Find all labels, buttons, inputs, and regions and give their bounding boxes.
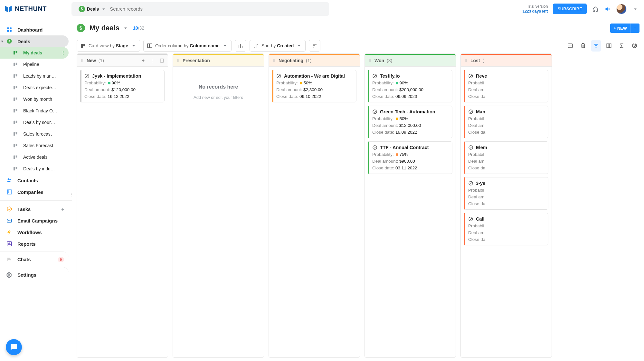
grip-icon[interactable] xyxy=(80,59,84,62)
sidebar-view-item[interactable]: Deals expecte… xyxy=(0,82,69,93)
svg-point-63 xyxy=(274,61,275,62)
column-body[interactable]: Automation - We are Digital Probability:… xyxy=(269,67,360,357)
sidebar-view-item[interactable]: Leads by man… xyxy=(0,70,69,82)
svg-rect-10 xyxy=(16,63,17,65)
sort-direction-button[interactable] xyxy=(309,40,320,52)
home-icon[interactable] xyxy=(592,5,599,13)
mail-icon xyxy=(6,218,13,223)
sidebar-view-item[interactable]: Active deals xyxy=(0,151,69,163)
sidebar-view-item[interactable]: Won by month xyxy=(0,93,69,105)
column-count: (3) xyxy=(387,58,392,63)
sidebar-item-chats[interactable]: Chats 9 xyxy=(0,252,69,265)
announcement-icon[interactable] xyxy=(604,5,611,13)
sidebar-view-item[interactable]: Sales forecast xyxy=(0,128,69,140)
kanban-board[interactable]: New (1) + ⋮ Jysk - Implementation Probab… xyxy=(77,53,644,361)
column-header[interactable]: Lost ( xyxy=(461,54,552,67)
deal-card[interactable]: 3-ye Probabil Deal am Close da xyxy=(464,177,548,210)
deal-card[interactable]: Jysk - Implementation Probability: 90% D… xyxy=(80,70,165,102)
card-stripe xyxy=(368,70,369,102)
sidebar-item-settings[interactable]: Settings xyxy=(0,267,69,280)
column-header[interactable]: Presentation xyxy=(173,54,264,67)
filter-icon[interactable] xyxy=(591,40,601,52)
sort-selector[interactable]: Sort by Created xyxy=(250,40,306,52)
gear-icon[interactable] xyxy=(630,40,639,52)
sidebar-item-email[interactable]: Email Campaigns xyxy=(0,215,69,226)
sidebar-item-workflows[interactable]: Workflows xyxy=(0,226,69,238)
card-stripe xyxy=(464,177,465,210)
deal-card[interactable]: Testify.io Probability: 90% Deal amount:… xyxy=(368,70,452,102)
column-body[interactable]: No records here Add new or edit your fil… xyxy=(173,67,264,357)
plus-icon[interactable]: + xyxy=(142,58,145,63)
svg-rect-7 xyxy=(14,51,15,55)
dollar-icon: $ xyxy=(79,6,85,12)
grip-icon[interactable] xyxy=(464,59,468,62)
sidebar-item-dashboard[interactable]: Dashboard xyxy=(0,24,69,35)
sidebar-view-label: Deals by sour… xyxy=(23,120,55,125)
deal-card[interactable]: Automation - We are Digital Probability:… xyxy=(272,70,356,102)
svg-rect-4 xyxy=(10,30,12,32)
search-scope-chip[interactable]: $ Deals xyxy=(79,6,107,12)
more-icon[interactable]: ⋮ xyxy=(150,58,154,63)
deal-card[interactable]: Reve Probabil Deal am Close da xyxy=(464,70,548,102)
sidebar-view-item[interactable]: Black Friday O… xyxy=(0,105,69,117)
svg-point-75 xyxy=(465,60,466,61)
sidebar-label: Chats xyxy=(17,257,31,262)
logo[interactable]: NETHUNT xyxy=(4,5,71,14)
order-selector[interactable]: Order column by Column name xyxy=(143,40,232,52)
sidebar-item-companies[interactable]: Companies xyxy=(0,186,69,198)
sidebar-view-item[interactable]: Sales Forecast xyxy=(0,140,69,151)
sidebar-label: Workflows xyxy=(17,230,42,235)
sidebar-resize-handle[interactable]: ⋮ xyxy=(71,190,72,199)
svg-rect-1 xyxy=(7,27,9,29)
svg-rect-16 xyxy=(16,98,17,100)
page-title[interactable]: My deals xyxy=(90,24,128,32)
grip-icon[interactable] xyxy=(368,59,372,62)
deal-card[interactable]: TTF - Annual Contract Probability: 75% D… xyxy=(368,141,452,174)
plus-icon[interactable]: + xyxy=(61,206,64,212)
chart-button[interactable] xyxy=(235,40,246,52)
deal-card[interactable]: Green Tech - Automation Probability: 50%… xyxy=(368,106,452,138)
subscribe-button[interactable]: SUBSCRIBE xyxy=(553,4,587,14)
chat-fab[interactable] xyxy=(6,339,22,355)
card-amount: Deal am xyxy=(468,230,544,235)
new-button[interactable]: + NEW xyxy=(610,24,630,33)
sidebar-item-reports[interactable]: Reports xyxy=(0,238,69,250)
column-header[interactable]: Won (3) xyxy=(365,54,456,67)
sidebar-view-item[interactable]: Pipeline xyxy=(0,59,69,70)
column-header[interactable]: New (1) + ⋮ xyxy=(77,54,168,67)
card-close-date: Close da xyxy=(468,166,544,170)
column-body[interactable]: Reve Probabil Deal am Close da Man Proba… xyxy=(461,67,552,357)
columns-icon[interactable] xyxy=(604,40,614,52)
grip-icon[interactable] xyxy=(176,59,180,62)
search-bar[interactable]: $ Deals xyxy=(71,2,329,16)
grip-icon[interactable] xyxy=(272,59,276,62)
more-icon[interactable]: ⋮ xyxy=(61,50,65,55)
svg-point-49 xyxy=(82,61,83,62)
chevron-down-icon[interactable] xyxy=(123,25,128,31)
card-close-date: Close da xyxy=(468,237,544,242)
deal-card[interactable]: Elem Probabil Deal am Close da xyxy=(464,141,548,174)
sidebar-item-deals[interactable]: ▾ $ Deals xyxy=(0,35,69,47)
trial-line2[interactable]: 1223 days left xyxy=(523,9,548,14)
deal-card[interactable]: Call Probabil Deal am Close da xyxy=(464,213,548,245)
avatar[interactable] xyxy=(616,4,627,14)
checkbox-icon[interactable] xyxy=(159,58,165,63)
sidebar-view-item[interactable]: Deals by sour… xyxy=(0,117,69,128)
svg-rect-24 xyxy=(16,144,17,146)
column-body[interactable]: Jysk - Implementation Probability: 90% D… xyxy=(77,67,168,357)
sidebar-item-contacts[interactable]: Contacts xyxy=(0,175,69,186)
sigma-icon[interactable] xyxy=(617,40,627,52)
column-body[interactable]: Testify.io Probability: 90% Deal amount:… xyxy=(365,67,456,357)
column-name: Negotiating xyxy=(279,58,303,63)
deal-card[interactable]: Man Probabil Deal am Close da xyxy=(464,106,548,138)
column-header[interactable]: Negotiating (1) xyxy=(269,54,360,67)
clipboard-icon[interactable] xyxy=(578,40,588,52)
sidebar-item-tasks[interactable]: Tasks + xyxy=(0,203,69,215)
search-input[interactable] xyxy=(110,6,325,12)
new-button-dropdown[interactable] xyxy=(630,24,639,33)
sidebar-view-item[interactable]: Deals by indu… xyxy=(0,163,69,175)
cardview-selector[interactable]: Card view by Stage xyxy=(77,40,140,52)
sidebar-view-item[interactable]: My deals⋮ xyxy=(0,47,69,59)
chevron-down-icon[interactable] xyxy=(632,5,639,13)
list-view-icon[interactable] xyxy=(565,40,575,52)
